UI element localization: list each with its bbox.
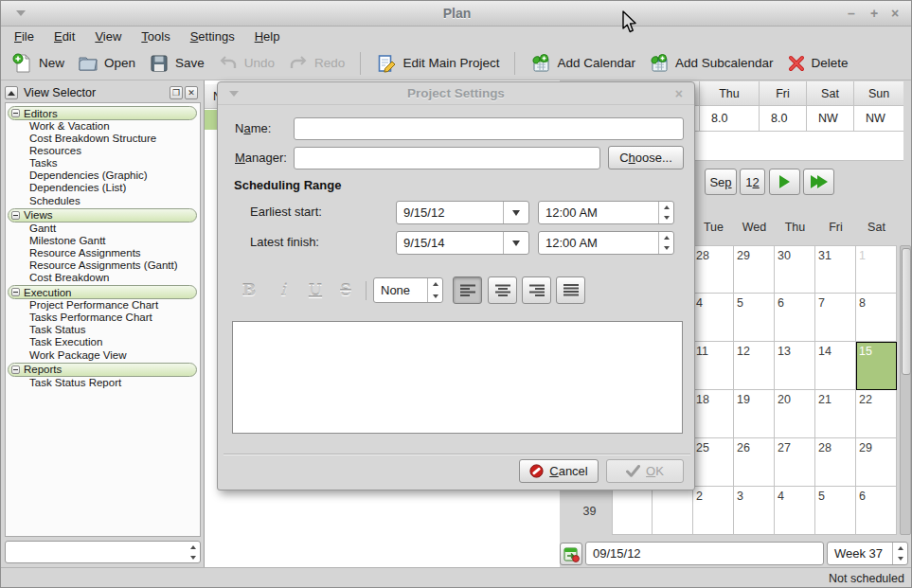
tree-item[interactable]: Task Execution — [6, 336, 200, 348]
menu-file[interactable]: File — [14, 29, 34, 44]
tree-item[interactable]: Project Performance Chart — [6, 299, 200, 312]
earliest-start-date-combo[interactable]: 9/15/12 — [396, 201, 529, 224]
calendar-day-cell[interactable]: 5 — [734, 294, 775, 342]
open-button[interactable]: Open — [78, 53, 135, 74]
menu-view[interactable]: View — [95, 29, 121, 44]
note-textarea[interactable] — [232, 321, 683, 434]
time-spinner-arrows[interactable] — [658, 232, 673, 254]
scrollbar-handle[interactable] — [902, 248, 911, 375]
manager-input[interactable] — [294, 147, 600, 169]
collapse-icon[interactable] — [11, 365, 20, 374]
menu-edit[interactable]: Edit — [54, 29, 75, 44]
add-calendar-button[interactable]: Add Calendar — [530, 53, 635, 74]
calendar-day-cell[interactable]: 30 — [775, 245, 815, 294]
tree-item[interactable]: Task Status — [6, 324, 200, 336]
combo-dropdown-zone[interactable] — [503, 232, 528, 254]
maximize-button[interactable]: + — [865, 1, 884, 26]
calendar-day-cell[interactable]: 15 — [856, 342, 897, 390]
calendar-day-cell[interactable]: 8 — [856, 294, 897, 342]
tree-item[interactable]: Work & Vacation — [6, 120, 200, 133]
dialog-titlebar[interactable]: Project Settings × — [218, 82, 694, 105]
goto-today-button[interactable] — [560, 543, 582, 565]
dock-collapse-button[interactable] — [5, 86, 18, 99]
week-spinner[interactable]: Week 37 — [827, 542, 908, 565]
calendar-day-cell[interactable]: 7 — [815, 294, 856, 342]
ok-button[interactable]: OK — [606, 459, 684, 483]
close-button[interactable]: × — [885, 1, 904, 26]
calendar-day-cell[interactable]: 28 — [815, 438, 856, 487]
minimize-button[interactable]: – — [842, 1, 861, 26]
menu-help[interactable]: Help — [255, 29, 280, 44]
month-button[interactable]: Sep — [705, 169, 737, 195]
calendar-day-cell[interactable]: 12 — [734, 342, 775, 390]
tree-item[interactable]: Schedules — [6, 195, 200, 207]
underline-button[interactable]: U — [303, 277, 328, 302]
calendar-day-cell[interactable]: 26 — [734, 438, 775, 487]
tree-item[interactable]: Dependencies (List) — [6, 182, 200, 194]
tree-group-header[interactable]: Views — [8, 208, 197, 223]
combo-dropdown-zone[interactable] — [503, 202, 528, 223]
calendar-day-cell[interactable]: 31 — [815, 245, 856, 294]
align-center-button[interactable] — [488, 276, 517, 304]
calendar-day-cell[interactable]: 6 — [856, 487, 897, 535]
dock-float-button[interactable]: ❐ — [170, 86, 183, 99]
strikethrough-button[interactable]: S — [333, 277, 358, 302]
dock-spinner-arrows[interactable] — [186, 542, 200, 562]
undo-button[interactable]: Undo — [218, 53, 275, 74]
calendar-day-cell[interactable]: 1 — [856, 245, 897, 294]
tree-item[interactable]: Resources — [6, 145, 200, 157]
next-month-button[interactable] — [769, 169, 800, 195]
calendar-day-cell[interactable]: 13 — [775, 342, 815, 390]
tree-item[interactable]: Task Status Report — [6, 377, 200, 389]
latest-finish-time-spinner[interactable]: 12:00 AM — [538, 231, 674, 255]
earliest-start-time-spinner[interactable]: 12:00 AM — [538, 201, 674, 224]
calendar-day-cell[interactable]: 29 — [856, 438, 897, 487]
calendar-day-cell[interactable]: 21 — [815, 390, 856, 438]
tree-item[interactable]: Cost Breakdown — [6, 272, 200, 284]
menu-settings[interactable]: Settings — [190, 29, 235, 44]
calendar-day-cell[interactable]: 28 — [693, 245, 734, 294]
calendar-day-cell[interactable]: 25 — [693, 438, 734, 487]
calendar-day-cell[interactable]: 4 — [693, 294, 734, 342]
calendar-day-cell[interactable]: 14 — [815, 342, 856, 390]
tree-item[interactable]: Tasks Performance Chart — [6, 312, 200, 324]
tree-item[interactable]: Resource Assignments (Gantt) — [6, 259, 200, 272]
dock-bottom-spinner[interactable] — [5, 541, 201, 563]
collapse-icon[interactable] — [11, 288, 20, 296]
next-year-button[interactable] — [803, 169, 834, 195]
calendar-day-cell[interactable] — [653, 487, 693, 535]
tree-item[interactable]: Dependencies (Graphic) — [6, 169, 200, 182]
calendar-day-cell[interactable]: 6 — [775, 294, 815, 342]
align-justify-button[interactable] — [556, 276, 585, 304]
collapse-icon[interactable] — [11, 109, 20, 117]
year-day-button[interactable]: 12 — [740, 169, 765, 195]
week-spinner-arrows[interactable] — [892, 543, 907, 564]
style-spinner-arrows[interactable] — [427, 278, 442, 302]
save-button[interactable]: Save — [149, 53, 205, 74]
tree-group-header[interactable]: Execution — [8, 285, 197, 299]
choose-button[interactable]: Choose... — [608, 146, 684, 169]
collapse-icon[interactable] — [11, 211, 20, 220]
cancel-button[interactable]: Cancel — [519, 459, 599, 483]
calendar-day-cell[interactable]: 29 — [734, 245, 775, 294]
tree-group-header[interactable]: Reports — [8, 363, 197, 377]
tree-item[interactable]: Tasks — [6, 157, 200, 169]
calendar-day-cell[interactable]: 22 — [856, 390, 897, 438]
align-left-button[interactable] — [453, 276, 482, 304]
menu-tools[interactable]: Tools — [141, 29, 170, 44]
list-style-spinner[interactable]: None — [373, 277, 443, 303]
calendar-day-cell[interactable]: 2 — [693, 487, 734, 535]
time-spinner-arrows[interactable] — [658, 202, 673, 223]
delete-button[interactable]: Delete — [787, 54, 849, 73]
tree-item[interactable]: Work Package View — [6, 349, 200, 362]
calendar-day-cell[interactable]: 27 — [775, 438, 815, 487]
italic-button[interactable]: i — [271, 277, 295, 302]
edit-main-project-button[interactable]: Edit Main Project — [376, 53, 499, 74]
calendar-day-cell[interactable]: 18 — [693, 390, 734, 438]
window-titlebar[interactable]: Plan – + × — [1, 1, 912, 27]
date-input[interactable]: 09/15/12 — [585, 542, 824, 565]
calendar-day-cell[interactable]: 5 — [815, 487, 856, 535]
calendar-day-cell[interactable] — [612, 487, 653, 535]
dialog-close-icon[interactable]: × — [675, 86, 683, 101]
latest-finish-date-combo[interactable]: 9/15/14 — [396, 231, 529, 255]
